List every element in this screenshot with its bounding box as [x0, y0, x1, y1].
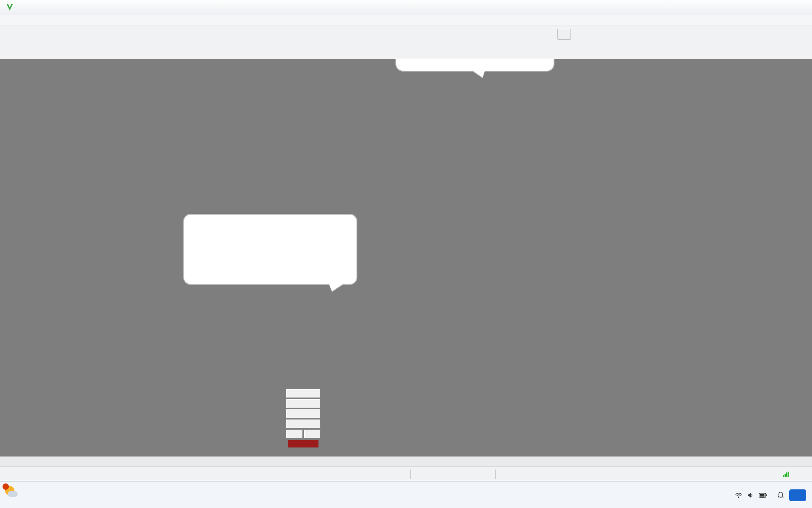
- report-button[interactable]: [286, 399, 321, 408]
- connection-bars-icon: [783, 472, 789, 477]
- status-traffic: [783, 472, 812, 477]
- maximize-button[interactable]: [761, 0, 787, 14]
- status-profile-name[interactable]: [410, 469, 496, 479]
- weather-icon: [4, 485, 19, 500]
- menu-bar: [0, 14, 812, 25]
- weather-badge: [3, 483, 9, 490]
- ea-button-panel: [286, 389, 321, 448]
- timeframe-mn-button[interactable]: [557, 29, 571, 40]
- minimize-button[interactable]: [736, 0, 761, 14]
- annotation-bubble-h1: [395, 59, 554, 72]
- average-button[interactable]: [286, 389, 321, 398]
- mdi-chart-area: [0, 59, 812, 456]
- drawing-toolbar: [0, 42, 812, 59]
- sell-button[interactable]: [304, 429, 321, 439]
- notification-bell-icon[interactable]: [777, 491, 784, 499]
- titlebar: [0, 0, 812, 14]
- bubble-tail: [472, 70, 485, 77]
- app-logo-icon: [6, 3, 14, 11]
- annotation-bubble-m1: [183, 214, 357, 285]
- bubble-tail: [329, 283, 345, 291]
- windows-taskbar: [0, 481, 812, 508]
- delete-button[interactable]: [286, 409, 321, 418]
- tnote-red-button[interactable]: [288, 440, 319, 448]
- metatrader-window: [0, 0, 812, 508]
- system-tray: [725, 482, 812, 508]
- weather-widget[interactable]: [4, 485, 22, 500]
- status-bar: [0, 467, 812, 481]
- standard-toolbar: [0, 25, 812, 42]
- pre-badge[interactable]: [789, 489, 806, 501]
- chart-tab-bar: [0, 456, 812, 467]
- buy-button[interactable]: [286, 429, 303, 439]
- speaker-icon[interactable]: [747, 492, 754, 498]
- close-button[interactable]: [787, 0, 812, 14]
- wifi-icon[interactable]: [735, 492, 742, 498]
- battery-icon[interactable]: [759, 493, 767, 498]
- exit-button[interactable]: [286, 419, 321, 428]
